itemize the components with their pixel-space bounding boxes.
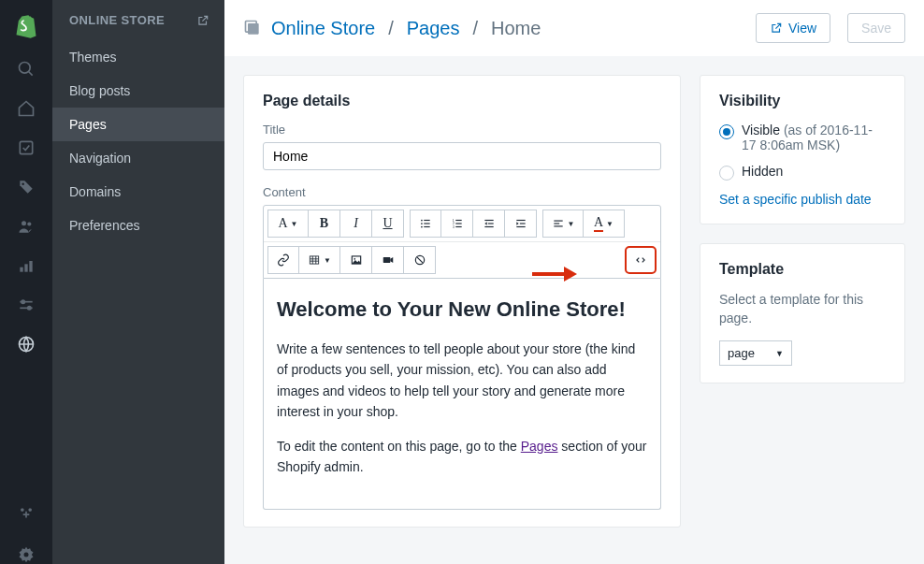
- video-button[interactable]: [372, 246, 404, 274]
- page-details-heading: Page details: [263, 93, 661, 109]
- svg-point-0: [20, 63, 31, 74]
- home-icon[interactable]: [17, 99, 36, 118]
- content-editor[interactable]: Welcome to Your New Online Store! Write …: [263, 279, 661, 510]
- numbered-list-button[interactable]: 123: [441, 210, 473, 238]
- breadcrumb-section[interactable]: Pages: [407, 18, 460, 39]
- sidebar-item-blog-posts[interactable]: Blog posts: [52, 74, 224, 108]
- topbar: Online Store / Pages / Home View Save: [224, 0, 924, 56]
- svg-rect-37: [554, 221, 562, 222]
- sidebar-item-preferences[interactable]: Preferences: [52, 209, 224, 242]
- sidebar-header: ONLINE STORE: [52, 0, 224, 40]
- svg-marker-36: [516, 222, 518, 225]
- svg-marker-49: [390, 257, 393, 263]
- page-details-card: Page details Title Content A▼ B I U: [243, 75, 681, 528]
- settings-sliders-icon[interactable]: [17, 296, 36, 314]
- link-button[interactable]: [267, 246, 299, 274]
- editor-heading: Welcome to Your New Online Store!: [277, 297, 647, 322]
- editor-toolbar: A▼ B I U 123: [263, 205, 661, 279]
- svg-rect-48: [383, 257, 390, 263]
- template-heading: Template: [719, 261, 886, 278]
- svg-rect-40: [310, 256, 318, 264]
- svg-point-21: [421, 226, 423, 228]
- bold-button[interactable]: B: [309, 210, 340, 238]
- publish-date-link[interactable]: Set a specific publish date: [719, 192, 886, 207]
- sidebar-item-themes[interactable]: Themes: [52, 40, 224, 74]
- image-button[interactable]: [340, 246, 372, 274]
- visibility-visible-option[interactable]: Visible (as of 2016-11-17 8:06am MSK): [719, 123, 886, 152]
- page-stack-icon: [243, 19, 262, 37]
- breadcrumb-root[interactable]: Online Store: [271, 18, 375, 39]
- svg-marker-32: [484, 222, 486, 225]
- title-label: Title: [263, 123, 661, 137]
- save-button[interactable]: Save: [847, 13, 905, 43]
- template-select[interactable]: page ▼: [719, 340, 792, 366]
- template-card: Template Select a template for this page…: [700, 243, 905, 383]
- svg-point-12: [28, 307, 31, 310]
- visibility-card: Visibility Visible (as of 2016-11-17 8:0…: [700, 75, 905, 224]
- clear-format-button[interactable]: [404, 246, 436, 274]
- svg-rect-33: [516, 220, 525, 221]
- analytics-icon[interactable]: [17, 256, 36, 275]
- content-label: Content: [263, 185, 661, 199]
- editor-paragraph-1: Write a few sentences to tell people abo…: [277, 339, 647, 423]
- svg-text:3: 3: [452, 224, 454, 229]
- align-dropdown[interactable]: ▼: [542, 210, 584, 238]
- svg-rect-39: [554, 225, 562, 226]
- format-dropdown[interactable]: A▼: [267, 210, 309, 238]
- svg-rect-20: [424, 223, 429, 224]
- svg-rect-22: [424, 226, 429, 227]
- svg-rect-26: [455, 223, 461, 224]
- editor-paragraph-2: To edit the content on this page, go to …: [277, 436, 647, 478]
- title-input[interactable]: [263, 142, 661, 170]
- external-link-icon: [770, 22, 783, 35]
- indent-button[interactable]: [505, 210, 537, 238]
- svg-rect-38: [554, 223, 559, 224]
- products-icon[interactable]: [17, 178, 36, 196]
- svg-rect-18: [424, 220, 429, 221]
- svg-point-3: [22, 182, 24, 185]
- svg-point-11: [22, 300, 24, 303]
- italic-button[interactable]: I: [340, 210, 372, 238]
- bullet-list-button[interactable]: [410, 210, 441, 238]
- svg-point-4: [22, 221, 26, 225]
- underline-button[interactable]: U: [372, 210, 404, 238]
- radio-visible[interactable]: [719, 124, 734, 139]
- outdent-button[interactable]: [473, 210, 505, 238]
- sidebar-item-navigation[interactable]: Navigation: [52, 141, 224, 175]
- svg-point-19: [421, 223, 423, 224]
- svg-point-17: [421, 220, 423, 222]
- svg-point-14: [24, 553, 29, 557]
- svg-rect-6: [20, 268, 22, 272]
- sidebar-item-domains[interactable]: Domains: [52, 175, 224, 209]
- table-dropdown[interactable]: ▼: [299, 246, 340, 274]
- svg-rect-8: [29, 261, 32, 272]
- html-code-button[interactable]: [625, 246, 657, 274]
- visibility-heading: Visibility: [719, 93, 886, 109]
- orders-icon[interactable]: [17, 138, 36, 157]
- main-content: Online Store / Pages / Home View Save Pa…: [224, 0, 924, 564]
- search-icon[interactable]: [17, 60, 36, 79]
- template-selected: page: [728, 346, 755, 360]
- external-link-icon[interactable]: [196, 14, 209, 27]
- svg-rect-34: [519, 223, 525, 224]
- svg-rect-7: [24, 264, 27, 271]
- sidebar-item-pages[interactable]: Pages: [52, 108, 224, 141]
- svg-marker-53: [564, 267, 577, 282]
- breadcrumb-sep: /: [388, 18, 394, 39]
- breadcrumb-sep: /: [472, 18, 478, 39]
- svg-line-51: [417, 257, 423, 263]
- online-store-icon[interactable]: [17, 335, 36, 354]
- radio-hidden[interactable]: [719, 166, 734, 181]
- svg-rect-24: [455, 220, 461, 221]
- chevron-down-icon: ▼: [775, 349, 784, 358]
- text-color-dropdown[interactable]: A▼: [584, 210, 625, 238]
- view-button[interactable]: View: [756, 13, 830, 43]
- customers-icon[interactable]: [17, 217, 36, 236]
- view-button-label: View: [788, 21, 816, 36]
- settings-gear-icon[interactable]: [17, 545, 36, 564]
- pages-link[interactable]: Pages: [521, 439, 558, 454]
- sidebar-nav: ONLINE STORE Themes Blog posts Pages Nav…: [52, 0, 224, 564]
- apps-icon[interactable]: [17, 506, 36, 525]
- breadcrumb-current: Home: [491, 18, 541, 39]
- visibility-hidden-option[interactable]: Hidden: [719, 164, 886, 181]
